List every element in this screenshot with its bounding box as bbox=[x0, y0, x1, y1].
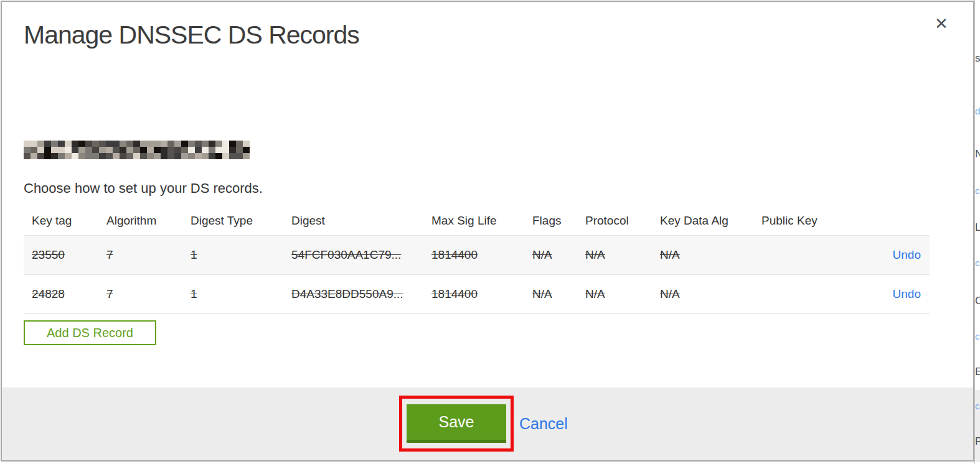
background-text-fragment: c bbox=[975, 331, 980, 341]
cell-key-tag: 23550 bbox=[24, 248, 106, 262]
redacted-domain-name bbox=[24, 141, 250, 159]
column-header-key-tag: Key tag bbox=[24, 214, 106, 228]
cell-flags: N/A bbox=[532, 248, 585, 262]
column-header-digest: Digest bbox=[291, 214, 431, 228]
column-header-algorithm: Algorithm bbox=[106, 214, 191, 228]
undo-link[interactable]: Undo bbox=[893, 248, 921, 261]
cell-key-data-alg: N/A bbox=[660, 287, 761, 301]
cell-digest-type: 1 bbox=[191, 248, 291, 262]
dnssec-ds-records-dialog: Manage DNSSEC DS Records ✕ Choose how to… bbox=[1, 1, 974, 462]
column-header-digest-type: Digest Type bbox=[191, 214, 291, 228]
close-icon[interactable]: ✕ bbox=[932, 14, 951, 33]
column-header-protocol: Protocol bbox=[585, 214, 660, 228]
table-header-row: Key tag Algorithm Digest Type Digest Max… bbox=[24, 206, 930, 235]
table-row: 24828 7 1 D4A33E8DD550A9... 1814400 N/A … bbox=[24, 274, 930, 313]
cell-protocol: N/A bbox=[585, 287, 660, 301]
background-text-fragment: N bbox=[975, 148, 980, 160]
table-row: 23550 7 1 54FCF030AA1C79... 1814400 N/A … bbox=[24, 235, 930, 274]
background-text-fragment: c bbox=[975, 401, 980, 411]
cell-digest: D4A33E8DD550A9... bbox=[291, 287, 431, 301]
save-button[interactable]: Save bbox=[407, 404, 506, 443]
dialog-subtitle: Choose how to set up your DS records. bbox=[24, 180, 263, 197]
red-highlight-annotation: Save bbox=[399, 396, 514, 452]
cell-algorithm: 7 bbox=[106, 287, 191, 301]
column-header-max-sig-life: Max Sig Life bbox=[431, 214, 532, 228]
column-header-flags: Flags bbox=[532, 214, 585, 228]
background-text-fragment: c bbox=[975, 185, 980, 196]
background-text-fragment: d bbox=[975, 106, 980, 116]
screenshot-root: sdNcLcCcEcP Manage DNSSEC DS Records ✕ C… bbox=[0, 0, 980, 464]
undo-link[interactable]: Undo bbox=[893, 287, 921, 300]
background-text-fragment: E bbox=[975, 366, 980, 378]
dialog-footer: Save Cancel bbox=[2, 387, 973, 460]
cell-actions: Undo bbox=[855, 248, 930, 262]
cell-max-sig-life: 1814400 bbox=[431, 287, 532, 301]
cell-key-data-alg: N/A bbox=[660, 248, 761, 262]
cell-key-tag: 24828 bbox=[24, 287, 106, 301]
background-text-fragment: s bbox=[975, 52, 980, 65]
cell-digest-type: 1 bbox=[191, 287, 291, 301]
background-text-fragment: c bbox=[975, 258, 980, 268]
cell-actions: Undo bbox=[855, 287, 930, 301]
cell-protocol: N/A bbox=[585, 248, 660, 262]
background-text-fragment: P bbox=[975, 435, 980, 448]
add-ds-record-button[interactable]: Add DS Record bbox=[24, 320, 156, 345]
background-text-fragment: L bbox=[975, 221, 980, 234]
cell-max-sig-life: 1814400 bbox=[431, 248, 532, 262]
ds-records-table: Key tag Algorithm Digest Type Digest Max… bbox=[24, 206, 930, 313]
cell-flags: N/A bbox=[532, 287, 585, 301]
background-page-edge: sdNcLcCcEcP bbox=[974, 0, 980, 464]
cancel-link[interactable]: Cancel bbox=[519, 415, 568, 433]
cell-algorithm: 7 bbox=[106, 248, 191, 262]
dialog-title: Manage DNSSEC DS Records bbox=[24, 21, 359, 50]
column-header-key-data-alg: Key Data Alg bbox=[660, 214, 761, 228]
background-text-fragment: C bbox=[975, 295, 980, 307]
cell-digest: 54FCF030AA1C79... bbox=[291, 248, 431, 262]
column-header-public-key: Public Key bbox=[761, 214, 855, 228]
